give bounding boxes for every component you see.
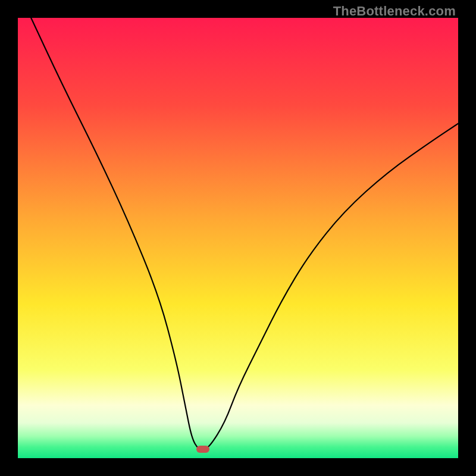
plot-area [18,18,458,458]
chart-frame: TheBottleneck.com [0,0,476,476]
curve-line [18,18,458,458]
watermark-text: TheBottleneck.com [333,4,456,19]
minimum-marker [196,446,209,453]
